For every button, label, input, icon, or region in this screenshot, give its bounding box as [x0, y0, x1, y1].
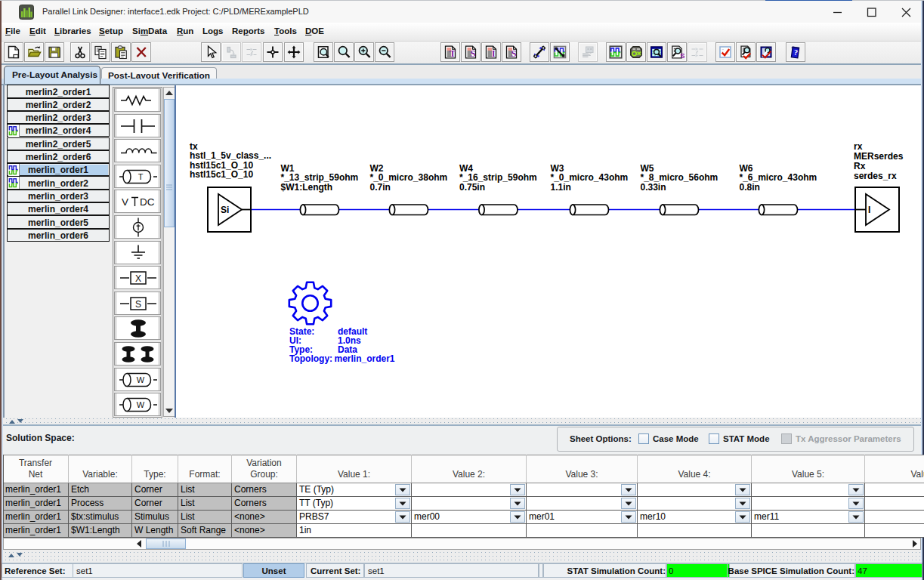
svg-text:S: S [135, 299, 141, 310]
svg-text:merlin_order1: merlin_order1 [335, 353, 395, 364]
svg-text:Si: Si [221, 205, 229, 215]
svg-text:S: S [680, 51, 685, 60]
svg-text:I: I [868, 205, 870, 215]
svg-text:I: I [492, 48, 496, 59]
svg-text:1.1in: 1.1in [551, 182, 571, 193]
svg-text:X: X [135, 273, 141, 284]
svg-text:S: S [511, 48, 517, 59]
svg-text:Topology:: Topology: [289, 353, 332, 364]
svg-text:rx: rx [854, 141, 863, 152]
svg-text:T: T [138, 172, 144, 181]
svg-text:DC: DC [140, 196, 155, 208]
svg-text:W: W [137, 375, 145, 384]
svg-text:0.7in: 0.7in [370, 182, 391, 193]
svg-text:hstl15c1_O_10: hstl15c1_O_10 [190, 169, 253, 180]
svg-text:Rx: Rx [854, 161, 866, 171]
svg-text:0.75in: 0.75in [459, 182, 485, 193]
svg-text:S: S [471, 48, 476, 59]
svg-text:T: T [450, 48, 456, 59]
svg-text:0.33in: 0.33in [641, 182, 666, 193]
svg-text:0.8in: 0.8in [740, 182, 760, 193]
svg-text:W: W [137, 400, 145, 409]
svg-text:V: V [122, 196, 128, 208]
svg-text:MERserdes: MERserdes [854, 151, 904, 162]
svg-text:serdes_rx: serdes_rx [854, 171, 897, 181]
svg-text:$W1:Length: $W1:Length [281, 182, 333, 193]
